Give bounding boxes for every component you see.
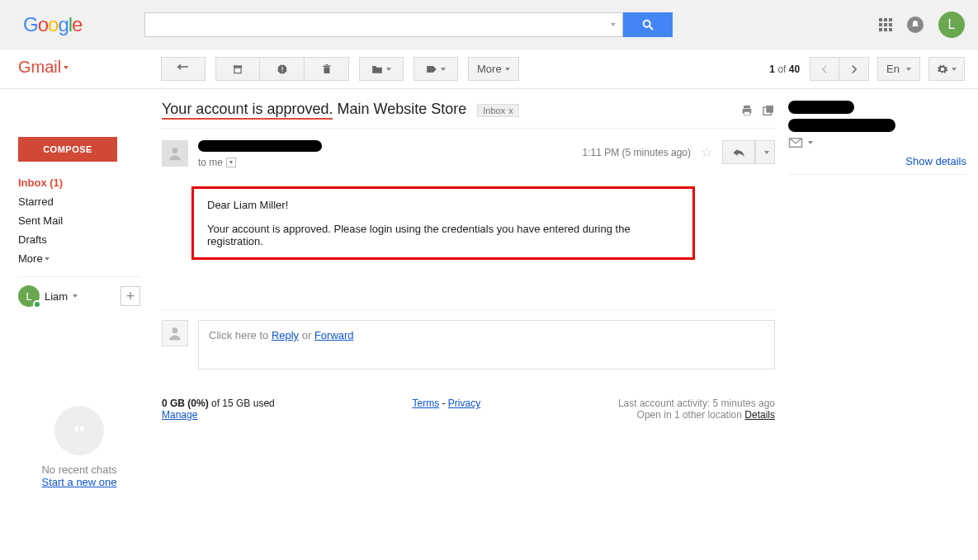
privacy-link[interactable]: Privacy: [448, 398, 480, 409]
presence-indicator: [33, 300, 41, 308]
chevron-down-icon: [64, 66, 69, 69]
header-bar: Google L: [0, 0, 978, 49]
svg-rect-12: [744, 111, 750, 115]
hangouts-username: Liam: [45, 290, 68, 303]
mail-icon[interactable]: [788, 137, 803, 148]
message-time: 1:11 PM (5 minutes ago): [583, 147, 691, 158]
hangouts-empty-text: No recent chats: [18, 464, 140, 476]
chevron-down-icon: [45, 257, 50, 261]
svg-rect-14: [766, 106, 773, 113]
body-greeting: Dear Liam Miller!: [207, 199, 679, 211]
prev-button[interactable]: [810, 57, 839, 81]
svg-point-15: [172, 148, 178, 153]
archive-button[interactable]: [215, 57, 260, 81]
avatar-letter: L: [948, 17, 956, 32]
storage-usage: 0 GB (0%) of 15 GB used: [162, 398, 275, 409]
chevron-down-icon[interactable]: [73, 294, 78, 298]
nav-drafts[interactable]: Drafts: [18, 230, 140, 249]
gmail-brand[interactable]: Gmail: [18, 58, 69, 77]
settings-button[interactable]: [928, 57, 965, 81]
contact-name-redacted: [788, 101, 854, 114]
svg-rect-10: [744, 106, 750, 108]
reply-avatar: [162, 320, 188, 346]
svg-rect-8: [323, 65, 330, 67]
reply-button[interactable]: [722, 140, 755, 164]
activity-text: Last account activity: 5 minutes ago: [618, 398, 775, 409]
svg-rect-3: [234, 68, 241, 73]
hangouts-avatar[interactable]: L: [18, 285, 40, 307]
nav-sent[interactable]: Sent Mail: [18, 211, 140, 230]
nav-inbox[interactable]: Inbox (1): [18, 173, 140, 192]
search-button[interactable]: [623, 12, 673, 37]
nav-starred[interactable]: Starred: [18, 192, 140, 211]
reply-link[interactable]: Reply: [272, 329, 299, 341]
next-button[interactable]: [839, 57, 869, 81]
subject: Your account is approved. Main Website S…: [162, 101, 519, 120]
svg-marker-4: [277, 64, 286, 73]
move-button[interactable]: [359, 57, 404, 81]
contact-email-redacted: [788, 119, 895, 132]
message-body: Dear Liam Miller! Your account is approv…: [191, 186, 695, 260]
svg-point-16: [172, 327, 178, 333]
more-button[interactable]: More: [468, 57, 519, 81]
back-button[interactable]: [161, 57, 206, 81]
label-inbox[interactable]: Inboxx: [477, 104, 518, 117]
input-tools-button[interactable]: En: [877, 57, 920, 81]
reply-compose-box[interactable]: Click here to Reply or Forward: [198, 320, 775, 369]
search-options-icon[interactable]: [611, 23, 616, 26]
chevron-down-icon[interactable]: [808, 141, 813, 144]
account-avatar[interactable]: L: [938, 12, 965, 38]
svg-line-1: [650, 26, 653, 30]
compose-button[interactable]: COMPOSE: [18, 137, 117, 162]
manage-storage-link[interactable]: Manage: [162, 409, 197, 421]
search-input[interactable]: [144, 12, 623, 37]
show-details-link[interactable]: Show details: [788, 155, 966, 167]
print-button[interactable]: [740, 104, 754, 117]
sender-avatar: [162, 140, 188, 167]
svg-rect-6: [281, 71, 282, 72]
hangouts-start-link[interactable]: Start a new one: [41, 476, 116, 488]
new-window-button[interactable]: [762, 104, 775, 117]
labels-button[interactable]: [413, 57, 458, 81]
svg-rect-5: [281, 67, 282, 70]
svg-rect-7: [324, 67, 329, 73]
sidebar: COMPOSE Inbox (1) Starred Sent Mail Draf…: [0, 89, 149, 488]
expand-recipients-icon[interactable]: ▾: [226, 158, 236, 167]
nav-more[interactable]: More: [18, 249, 140, 268]
reply-more-button[interactable]: [755, 140, 775, 164]
people-pane: Show details: [788, 89, 978, 488]
message-count: 1 of 40: [769, 64, 800, 75]
body-text: Your account is approved. Please login u…: [207, 223, 679, 247]
star-button[interactable]: ☆: [701, 144, 712, 160]
open-locations-text: Open in 1 other location: [637, 409, 745, 421]
new-chat-button[interactable]: +: [120, 286, 140, 306]
action-toolbar: More 1 of 40 En: [0, 49, 978, 89]
apps-icon[interactable]: [879, 18, 892, 31]
spam-button[interactable]: [260, 57, 305, 81]
svg-point-0: [644, 20, 650, 26]
terms-link[interactable]: Terms: [412, 398, 439, 409]
hangouts-icon: [54, 406, 104, 455]
delete-button[interactable]: [305, 57, 349, 81]
remove-label-icon[interactable]: x: [508, 106, 513, 115]
google-logo[interactable]: Google: [23, 13, 82, 36]
gear-icon: [937, 64, 948, 75]
recipient-line[interactable]: to me▾: [198, 157, 322, 168]
svg-rect-2: [234, 65, 243, 67]
forward-link[interactable]: Forward: [314, 329, 354, 341]
search-icon: [641, 18, 654, 31]
sender-name-redacted: [198, 140, 322, 152]
details-link[interactable]: Details: [744, 409, 775, 421]
message-view: Your account is approved. Main Website S…: [149, 89, 788, 488]
notifications-icon[interactable]: [907, 16, 924, 33]
svg-rect-9: [325, 64, 328, 65]
